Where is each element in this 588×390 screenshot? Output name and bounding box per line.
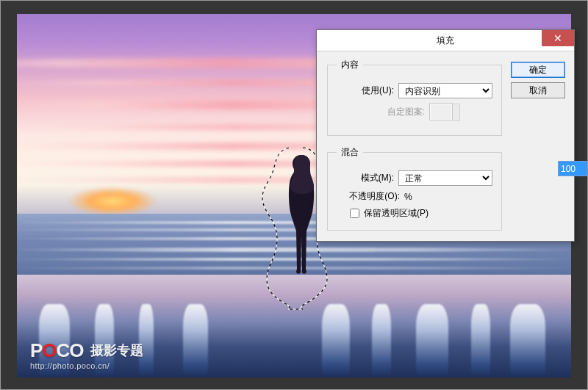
waterfall	[471, 304, 490, 378]
dialog-title: 填充	[437, 35, 454, 47]
wave	[17, 248, 571, 252]
preserve-transparency-label: 保留透明区域(P)	[364, 207, 429, 220]
waterfall	[183, 304, 208, 378]
close-icon: ✕	[553, 32, 562, 44]
use-label: 使用(U):	[337, 84, 394, 97]
mode-label: 模式(M):	[337, 172, 394, 184]
opacity-unit: %	[404, 192, 412, 202]
watermark: POCO 摄影专题 http://photo.poco.cn/	[30, 339, 143, 370]
fill-dialog: 填充 ✕ 内容 使用(U): 内容识别 自定图案: 混合	[316, 29, 575, 242]
logo-letter: CO	[57, 339, 84, 361]
watermark-logo: POCO	[30, 339, 84, 362]
wave	[17, 258, 571, 261]
waterfall	[322, 304, 350, 378]
waterfall	[372, 304, 391, 378]
ok-button[interactable]: 确定	[511, 62, 565, 78]
close-button[interactable]: ✕	[542, 30, 574, 46]
mode-select[interactable]: 正常	[398, 170, 492, 186]
pattern-label: 自定图案:	[337, 106, 425, 118]
use-select[interactable]: 内容识别	[398, 83, 492, 98]
pattern-swatch	[429, 103, 453, 120]
logo-letter: P	[30, 339, 42, 361]
wave	[17, 267, 571, 270]
dialog-titlebar[interactable]: 填充 ✕	[317, 30, 574, 51]
blend-group: 混合 模式(M): 正常 不透明度(O): % 保留透明区域(P)	[327, 146, 502, 231]
content-legend: 内容	[337, 59, 363, 71]
waterfall	[416, 304, 448, 378]
preserve-transparency-checkbox[interactable]	[350, 209, 359, 218]
waterfall	[510, 304, 545, 378]
sunset-glow	[68, 187, 157, 216]
opacity-label: 不透明度(O):	[337, 190, 400, 203]
blend-legend: 混合	[337, 146, 363, 159]
watermark-text: 摄影专题	[90, 342, 143, 359]
watermark-url: http://photo.poco.cn/	[30, 361, 143, 370]
content-group: 内容 使用(U): 内容识别 自定图案:	[327, 59, 502, 136]
cancel-button[interactable]: 取消	[511, 82, 565, 98]
logo-letter: O	[42, 339, 56, 361]
